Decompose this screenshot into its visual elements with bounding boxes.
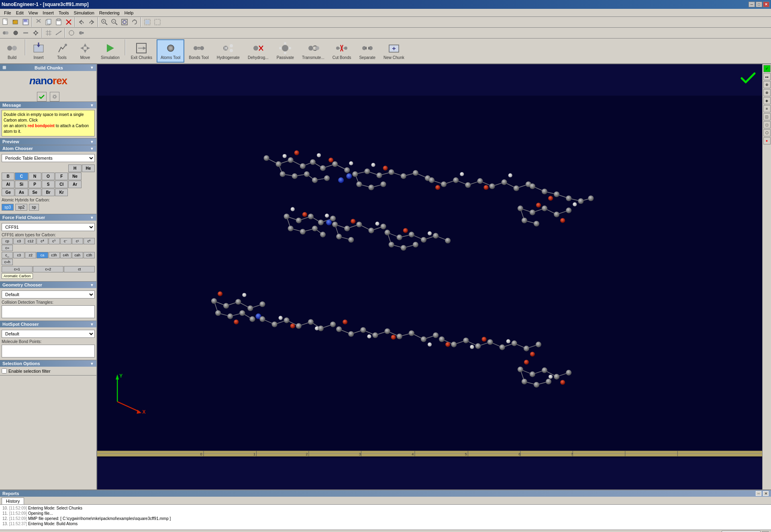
at-ca[interactable]: ca	[37, 252, 48, 258]
at-c4[interactable]: c⁴	[37, 238, 48, 244]
tb-cut[interactable]	[34, 17, 43, 27]
mode-simulation[interactable]: Simulation	[97, 39, 123, 63]
menu-file[interactable]: File	[2, 10, 14, 16]
tb-select-none[interactable]	[153, 17, 162, 27]
at-cah[interactable]: cah	[72, 252, 83, 258]
right-btn-6[interactable]: ◫	[763, 113, 771, 120]
right-btn-3[interactable]: ⊗	[763, 89, 771, 96]
element-Kr[interactable]: Kr	[55, 189, 68, 196]
reports-close-btn[interactable]: ✕	[763, 491, 769, 496]
element-Ar[interactable]: Ar	[68, 181, 81, 188]
hotspot-minimize[interactable]: ▼	[90, 322, 94, 327]
element-Br[interactable]: Br	[42, 189, 55, 196]
atom-chooser-minimize[interactable]: ▼	[90, 146, 94, 151]
mode-separate[interactable]: Separate	[355, 39, 379, 63]
element-P[interactable]: P	[29, 181, 41, 188]
tb-render2[interactable]	[77, 28, 86, 38]
menu-insert[interactable]: Insert	[40, 10, 56, 16]
menu-simulation[interactable]: Simulation	[71, 10, 97, 16]
mode-move[interactable]: Move	[74, 39, 96, 63]
window-controls[interactable]: ─ □ ✕	[749, 2, 769, 7]
tb-copy[interactable]	[44, 17, 53, 27]
right-btn-9[interactable]: ●	[763, 137, 771, 144]
element-B[interactable]: B	[2, 173, 14, 180]
green-checkmark[interactable]	[740, 70, 756, 86]
tb-zoom-out[interactable]	[110, 17, 119, 27]
element-C[interactable]: C	[15, 173, 28, 180]
mode-dehydrog[interactable]: Dehydrog...	[244, 39, 272, 63]
mode-build[interactable]: Build	[1, 39, 23, 63]
mode-hydrogenate[interactable]: H Hydrogenate	[213, 39, 243, 63]
mode-transmute[interactable]: Transmute...	[298, 39, 328, 63]
menu-help[interactable]: Help	[122, 10, 136, 16]
at-c6[interactable]: c⁶	[84, 238, 95, 244]
at-cp[interactable]: cp	[2, 238, 13, 244]
force-field-minimize[interactable]: ▼	[90, 215, 94, 220]
at-c-eq-1[interactable]: c=1	[2, 266, 33, 272]
minimize-button[interactable]: ─	[749, 2, 755, 7]
mode-insert[interactable]: Insert	[27, 39, 50, 63]
tb-grid[interactable]	[44, 28, 53, 38]
mode-cut-bonds[interactable]: Cut Bonds	[329, 39, 355, 63]
menu-view[interactable]: View	[26, 10, 41, 16]
message-minimize[interactable]: ▼	[90, 103, 94, 108]
geometry-minimize[interactable]: ▼	[90, 283, 94, 287]
mode-passivate[interactable]: Passivate	[273, 39, 298, 63]
right-btn-1[interactable]: ●●	[763, 73, 771, 80]
geometry-dropdown[interactable]: Default	[2, 290, 95, 298]
tb-delete[interactable]	[64, 17, 73, 27]
at-c-eq-2[interactable]: c=2	[33, 266, 64, 272]
right-btn-4[interactable]: ◈	[763, 97, 771, 104]
reports-minimize-btn[interactable]: ─	[756, 491, 761, 496]
element-Si[interactable]: Si	[15, 181, 28, 188]
element-S[interactable]: S	[42, 181, 55, 188]
tb-save[interactable]	[21, 17, 31, 27]
right-btn-8[interactable]: ⬡	[763, 129, 771, 136]
tb-chunk[interactable]	[1, 28, 10, 38]
tb-bond2[interactable]	[21, 28, 31, 38]
at-c1[interactable]: c¹	[72, 238, 83, 244]
tb-fit[interactable]	[120, 17, 129, 27]
selection-minimize[interactable]: ▼	[90, 361, 94, 366]
element-Ne[interactable]: Ne	[68, 173, 81, 180]
at-cm[interactable]: c⁻	[60, 238, 71, 244]
menu-rendering[interactable]: Rendering	[97, 10, 122, 16]
tb-atom2[interactable]	[11, 28, 20, 38]
periodic-table-dropdown[interactable]: Periodic Table Elements	[2, 154, 95, 162]
logo-settings-btn[interactable]	[50, 92, 59, 102]
element-O[interactable]: O	[42, 173, 55, 180]
tb-render1[interactable]	[67, 28, 76, 38]
at-z2[interactable]: z2	[25, 252, 36, 258]
tb-paste[interactable]	[54, 17, 63, 27]
at-ceq[interactable]: c=	[2, 245, 13, 251]
tb-undo[interactable]	[77, 17, 86, 27]
at-cu[interactable]: c_	[2, 252, 13, 258]
tb-open[interactable]	[11, 17, 20, 27]
force-field-dropdown[interactable]: CFF91	[2, 223, 95, 231]
right-btn-5[interactable]: ≡	[763, 105, 771, 112]
at-c4h[interactable]: c4h	[60, 252, 71, 258]
tb-move2[interactable]	[31, 28, 41, 38]
panel-minimize[interactable]: ▼	[90, 65, 94, 70]
element-H[interactable]: H	[68, 164, 81, 172]
hotspot-dropdown[interactable]: Default	[2, 330, 95, 338]
tb-measure[interactable]	[54, 28, 63, 38]
hybrid-sp2[interactable]: sp2	[15, 204, 27, 211]
at-c3h2[interactable]: c3h	[84, 252, 95, 258]
display-style-dropdown[interactable]: Ball and Stick Tubes CPK Lines	[722, 531, 761, 532]
tb-redo[interactable]	[87, 17, 96, 27]
at-c3[interactable]: c3	[13, 238, 24, 244]
mode-bonds-tool[interactable]: Bonds Tool	[185, 39, 212, 63]
right-btn-7[interactable]: ◻	[763, 121, 771, 128]
menu-edit[interactable]: Edit	[14, 10, 26, 16]
element-N[interactable]: N	[29, 173, 41, 180]
menu-tools[interactable]: Tools	[56, 10, 71, 16]
viewport[interactable]: Y X 0	[97, 64, 762, 489]
element-Cl[interactable]: Cl	[55, 181, 68, 188]
element-F[interactable]: F	[55, 173, 68, 180]
tb-select-all[interactable]	[143, 17, 152, 27]
tb-new[interactable]	[1, 17, 10, 27]
at-c5[interactable]: c⁵	[49, 238, 60, 244]
element-He[interactable]: He	[82, 164, 95, 172]
mode-exit-chunks[interactable]: Exit Chunks	[127, 39, 156, 63]
